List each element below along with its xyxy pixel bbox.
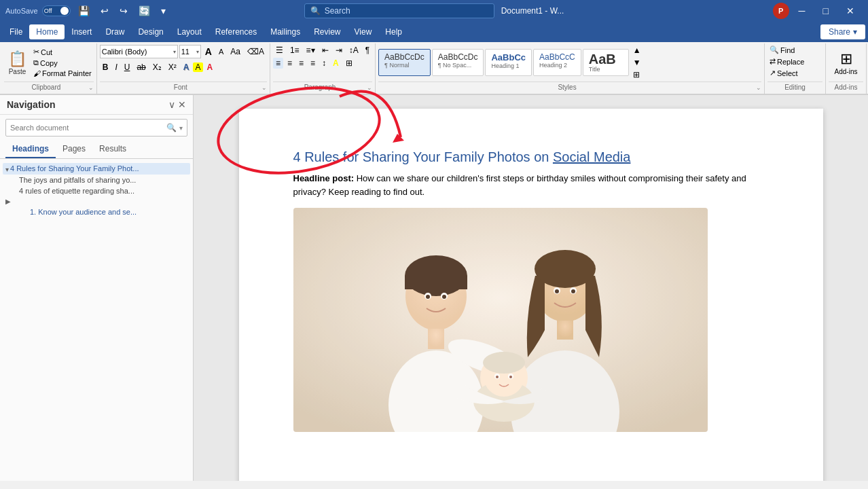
undo-icon[interactable]: ↩ (97, 4, 112, 18)
font-color-btn[interactable]: A (204, 62, 216, 73)
nav-search-options[interactable]: ▾ (179, 124, 183, 132)
nav-tab-headings[interactable]: Headings (5, 141, 56, 158)
highlight-btn[interactable]: A (193, 62, 202, 72)
replace-icon: ⇄ (770, 57, 776, 66)
nav-collapse-btn[interactable]: ∨ (168, 99, 175, 110)
clipboard-expand[interactable]: ⌄ (88, 84, 94, 91)
numbering-btn[interactable]: 1≡ (287, 45, 302, 56)
menu-home[interactable]: Home (29, 24, 65, 39)
find-button[interactable]: 🔍 Find (767, 45, 797, 55)
text-effects-btn[interactable]: A (181, 62, 192, 73)
nav-item-0[interactable]: ▾ 4 Rules for Sharing Your Family Phot..… (3, 163, 190, 175)
sync-icon[interactable]: 🔄 (135, 4, 153, 18)
font-size-selector[interactable]: 11 ▾ (179, 45, 201, 58)
share-button[interactable]: Share ▾ (820, 24, 865, 39)
subscript-btn[interactable]: X₂ (150, 62, 164, 73)
menu-mailings[interactable]: Mailings (264, 24, 307, 39)
menu-insert[interactable]: Insert (65, 24, 98, 39)
menu-design[interactable]: Design (131, 24, 170, 39)
align-left-btn[interactable]: ≡ (273, 58, 283, 69)
format-painter-button[interactable]: 🖌 Format Painter (31, 69, 94, 78)
bullets-btn[interactable]: ☰ (273, 45, 286, 56)
bold-button[interactable]: B (100, 62, 111, 73)
nav-search-input[interactable] (10, 124, 164, 132)
multilevel-btn[interactable]: ≡▾ (304, 45, 318, 56)
shading-btn[interactable]: A (330, 58, 342, 69)
nav-item-2[interactable]: 4 rules of etiquette regarding sha... (3, 185, 190, 196)
nav-tab-results[interactable]: Results (92, 141, 133, 158)
copy-icon: ⧉ (33, 58, 39, 67)
nav-item-3[interactable]: 1. Know your audience and se... (3, 206, 190, 217)
replace-button[interactable]: ⇄ Replace (767, 56, 806, 67)
font-size-increase[interactable]: A (202, 46, 215, 58)
font-name-selector[interactable]: Calibri (Body) ▾ (100, 45, 178, 58)
profile-avatar[interactable]: P (773, 3, 789, 19)
para-top: ☰ 1≡ ≡▾ ⇤ ⇥ ↕A ¶ ≡ ≡ ≡ ≡ ↕ A ⊞ (273, 45, 372, 80)
styles-expand[interactable]: ⌄ (756, 84, 761, 91)
menu-help[interactable]: Help (378, 24, 409, 39)
style-title[interactable]: AaB Title (583, 49, 629, 76)
styles-group: AaBbCcDc ¶ Normal AaBbCcDc ¶ No Spac... … (376, 43, 765, 94)
autosave-toggle[interactable]: Off (42, 5, 71, 16)
font-row1: Calibri (Body) ▾ 11 ▾ A A Aa ⌫A (100, 45, 267, 58)
font-expand[interactable]: ⌄ (261, 84, 267, 91)
style-heading1[interactable]: AaBbCc Heading 1 (485, 49, 532, 76)
style-no-spacing[interactable]: AaBbCcDc ¶ No Spac... (432, 49, 484, 76)
menu-view[interactable]: View (348, 24, 379, 39)
sort-btn[interactable]: ↕A (346, 45, 361, 56)
font-size-decrease[interactable]: A (216, 47, 226, 56)
increase-indent-btn[interactable]: ⇥ (333, 45, 345, 56)
style-no-spacing-preview: AaBbCcDc (438, 52, 478, 62)
menu-references[interactable]: References (209, 24, 264, 39)
style-title-label: Title (589, 66, 600, 73)
paste-icon: 📋 (8, 50, 26, 68)
doc-title-label: Document1 - W... (501, 6, 564, 16)
para-expand[interactable]: ⌄ (367, 84, 372, 91)
decrease-indent-btn[interactable]: ⇤ (319, 45, 331, 56)
menu-review[interactable]: Review (307, 24, 347, 39)
select-button[interactable]: ↗ Select (767, 68, 800, 78)
strikethrough-btn[interactable]: ab (134, 62, 148, 73)
show-formatting-btn[interactable]: ¶ (363, 45, 372, 56)
minimize-btn[interactable]: ─ (791, 3, 814, 19)
customize-icon[interactable]: ▾ (158, 4, 169, 18)
cut-button[interactable]: ✂ Cut (31, 47, 94, 57)
doc-title-link[interactable]: Social Media (553, 149, 631, 164)
menu-file[interactable]: File (3, 24, 29, 39)
navigation-pane: Navigation ∨ ✕ 🔍 ▾ Headings Pages Result… (0, 95, 194, 481)
borders-btn[interactable]: ⊞ (343, 58, 355, 69)
menu-layout[interactable]: Layout (170, 24, 209, 39)
styles-scroll-down[interactable]: ▼ (630, 57, 644, 68)
styles-scroll-up[interactable]: ▲ (630, 45, 644, 56)
redo-icon[interactable]: ↪ (116, 4, 131, 18)
font-size-value: 11 (181, 48, 189, 56)
align-center-btn[interactable]: ≡ (285, 58, 295, 69)
title-search[interactable]: 🔍 Search (304, 3, 494, 18)
styles-scroll: AaBbCcDc ¶ Normal AaBbCcDc ¶ No Spac... … (378, 49, 629, 76)
style-heading2[interactable]: AaBbCcC Heading 2 (533, 49, 581, 76)
style-h2-preview: AaBbCcC (539, 52, 575, 62)
superscript-btn[interactable]: X² (166, 62, 179, 73)
italic-button[interactable]: I (112, 62, 120, 73)
ribbon-content: 📋 Paste ✂ Cut ⧉ Copy 🖌 Format Painter (0, 42, 868, 94)
nav-header: Navigation ∨ ✕ (0, 95, 193, 115)
style-normal[interactable]: AaBbCcDc ¶ Normal (378, 49, 431, 76)
nav-close-btn[interactable]: ✕ (178, 99, 186, 110)
styles-more[interactable]: ⊞ (630, 69, 644, 80)
change-case-btn[interactable]: Aa (228, 46, 243, 57)
maximize-btn[interactable]: □ (815, 3, 837, 19)
underline-button[interactable]: U (122, 62, 133, 73)
align-right-btn[interactable]: ≡ (296, 58, 306, 69)
menu-draw[interactable]: Draw (98, 24, 131, 39)
justify-btn[interactable]: ≡ (308, 58, 318, 69)
save-icon[interactable]: 💾 (75, 4, 93, 18)
paste-button[interactable]: 📋 Paste (4, 48, 31, 78)
line-spacing-btn[interactable]: ↕ (319, 58, 329, 69)
nav-item-1[interactable]: The joys and pitfalls of sharing yo... (3, 175, 190, 185)
clear-formatting-btn[interactable]: ⌫A (245, 46, 267, 57)
nav-tab-pages[interactable]: Pages (56, 141, 92, 158)
nav-search-icon[interactable]: 🔍 (166, 123, 177, 132)
addins-button[interactable]: ⊞ Add-ins (831, 48, 862, 78)
copy-button[interactable]: ⧉ Copy (31, 58, 94, 68)
close-btn[interactable]: ✕ (838, 3, 863, 19)
